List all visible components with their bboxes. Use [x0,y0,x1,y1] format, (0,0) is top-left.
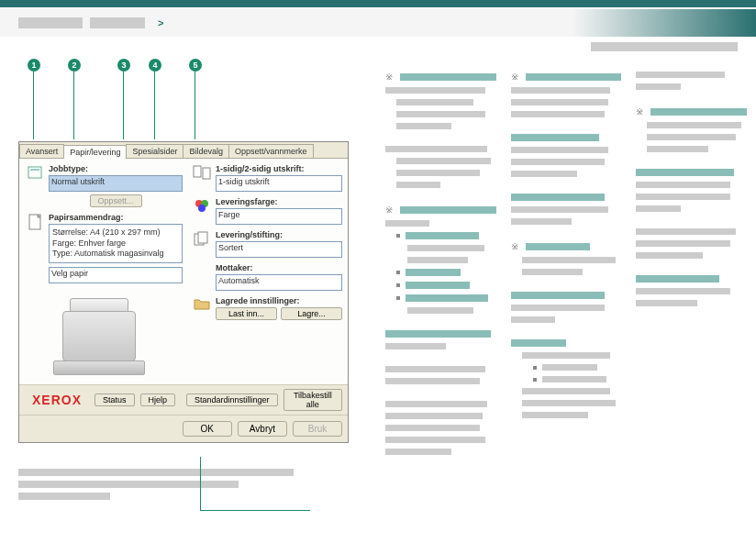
sides-icon [192,164,212,181]
callout-5: 5 [189,59,202,72]
finish-select[interactable]: Sortert [216,241,342,258]
page-subtitle [0,37,756,53]
header-bar [0,0,756,7]
callout-2: 2 [68,59,81,72]
content-columns: ※ ※ [385,72,747,504]
pointer-line-h [200,510,310,511]
print-driver-dialog: Avansert Papir/levering Spesialsider Bil… [18,141,349,443]
sides-label: 1-sidig/2-sidig utskrift: [216,164,342,173]
svg-rect-1 [30,169,39,171]
defaults-button[interactable]: Standardinnstillinger [186,393,278,406]
callout-4: 4 [149,59,161,72]
tab-papir-levering[interactable]: Papir/levering [63,145,127,159]
summary-line: Farge: Enhver farge [52,238,179,249]
pointer-line [200,457,201,510]
svg-rect-0 [28,167,41,178]
tab-bildevalg[interactable]: Bildevalg [183,144,229,158]
color-icon [192,197,212,214]
load-button[interactable]: Last inn... [216,307,277,320]
callout-3: 3 [117,59,130,72]
ok-button[interactable]: OK [183,421,232,437]
tab-avansert[interactable]: Avansert [19,144,64,158]
jobtype-icon [25,164,45,181]
apply-button[interactable]: Bruk [293,421,342,437]
saved-label: Lagrede innstillinger: [216,296,342,305]
caption-area [18,469,367,500]
tab-oppsett-vannmerke[interactable]: Oppsett/vannmerke [228,144,314,158]
callout-layer: 1 2 3 4 5 [18,59,367,141]
velg-papir-select[interactable]: Velg papir [49,267,183,283]
papersummary-label: Papirsammendrag: [49,213,183,222]
jobtype-select[interactable]: Normal utskrift [49,175,183,192]
jobtype-label: Jobbtype: [49,164,183,173]
printer-illustration [53,293,154,375]
summary-line: Størrelse: A4 (210 x 297 mm) [52,227,179,238]
dest-select[interactable]: Automatisk [216,274,342,291]
folder-icon [192,296,212,311]
tab-bar: Avansert Papir/levering Spesialsider Bil… [19,142,348,159]
breadcrumb-seg [90,17,145,28]
tab-spesialsider[interactable]: Spesialsider [126,144,183,158]
summary-line: Type: Automatisk magasinvalg [52,249,179,260]
brand-logo: XEROX [25,389,89,411]
oppsett-button[interactable]: Oppsett... [90,194,142,207]
chevron-right-icon: > [158,17,163,28]
reset-button[interactable]: Tilbakestill alle [284,389,342,411]
save-button[interactable]: Lagre... [281,307,342,320]
dest-label: Mottaker: [216,263,342,272]
finish-label: Levering/stifting: [216,230,342,239]
svg-rect-4 [203,168,210,179]
status-button[interactable]: Status [94,393,135,406]
sides-select[interactable]: 1-sidig utskrift [216,175,342,192]
color-select[interactable]: Farge [216,208,342,225]
callout-1: 1 [28,59,40,72]
cancel-button[interactable]: Avbryt [238,421,287,437]
color-label: Leveringsfarge: [216,197,342,206]
finish-icon [192,230,212,247]
paper-icon [25,213,45,231]
paper-summary: Størrelse: A4 (210 x 297 mm) Farge: Enhv… [49,224,183,263]
svg-rect-9 [198,232,207,243]
svg-point-7 [198,205,206,212]
svg-rect-3 [194,166,201,177]
help-button[interactable]: Hjelp [140,393,176,406]
breadcrumb-seg [18,17,83,28]
breadcrumb: > [0,9,756,37]
